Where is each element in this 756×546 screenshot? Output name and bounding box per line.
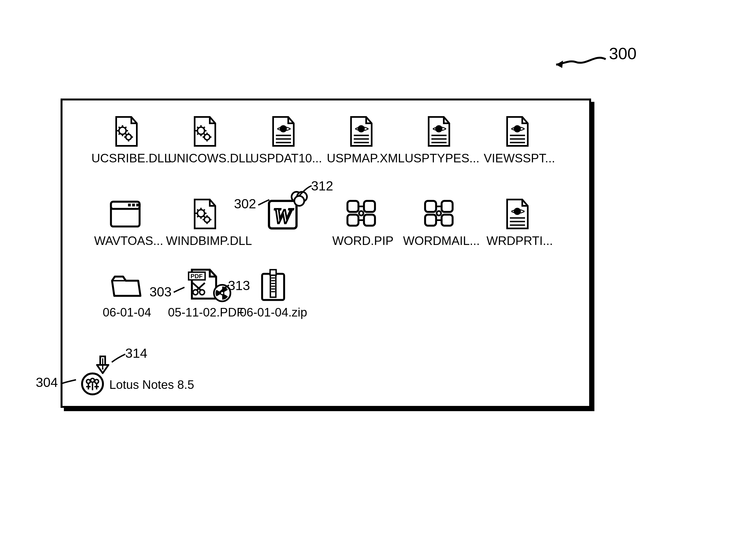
svg-rect-57: [136, 204, 139, 207]
svg-point-88: [437, 211, 441, 216]
svg-line-9: [125, 127, 126, 128]
app-label: Lotus Notes 8.5: [109, 378, 194, 392]
svg-line-22: [197, 133, 198, 135]
svg-point-121: [102, 368, 104, 369]
svg-point-76: [294, 196, 304, 206]
svg-text:>: >: [442, 124, 447, 133]
overlay-badge-download-arrow-icon: [94, 355, 113, 377]
file-icon-zip[interactable]: [258, 268, 288, 304]
svg-line-8: [119, 133, 120, 135]
callout-304: 304: [36, 375, 58, 390]
figure-ref-300: 300: [609, 44, 637, 63]
file-browser-window[interactable]: UCSRIBE.DLL: [61, 99, 591, 408]
file-label: VIEWSSPT...: [484, 151, 555, 165]
svg-rect-87: [442, 215, 453, 226]
file-icon-gears[interactable]: [191, 198, 218, 231]
svg-rect-86: [425, 215, 436, 226]
file-label: UNICOWS.DLL: [168, 151, 252, 165]
figure-ref-arrow: [548, 51, 608, 73]
svg-text:PDF: PDF: [191, 273, 203, 279]
svg-text:>: >: [520, 207, 525, 216]
callout-313: 313: [228, 278, 250, 293]
svg-line-20: [197, 127, 198, 128]
callout-303: 303: [149, 284, 172, 299]
svg-text:<: <: [433, 124, 437, 133]
svg-line-6: [119, 127, 120, 128]
file-label: WORD.PIP: [332, 234, 393, 248]
svg-rect-80: [364, 215, 375, 226]
file-icon-folder[interactable]: [108, 271, 144, 301]
file-label: USPDAT10...: [250, 151, 322, 165]
file-icon-gears[interactable]: [191, 116, 218, 149]
file-icon-app-window[interactable]: [109, 200, 142, 230]
file-icon-gears[interactable]: [112, 116, 140, 149]
figure-canvas: 300: [0, 0, 756, 546]
file-label: UCSRIBE.DLL: [91, 151, 171, 165]
file-icon-xml[interactable]: < >: [503, 116, 531, 149]
svg-text:>: >: [364, 124, 369, 133]
file-icon-xml[interactable]: < >: [269, 116, 297, 149]
svg-rect-85: [442, 201, 453, 212]
svg-text:<: <: [511, 207, 516, 216]
callout-302: 302: [234, 196, 256, 211]
file-icon-xml[interactable]: < >: [503, 198, 531, 231]
svg-point-104: [221, 291, 224, 295]
callout-312: 312: [311, 178, 333, 194]
svg-marker-0: [556, 61, 563, 68]
svg-rect-113: [270, 270, 276, 275]
file-label: USPMAP.XML: [327, 151, 405, 165]
svg-rect-78: [364, 201, 375, 212]
svg-rect-55: [128, 204, 131, 207]
svg-line-7: [125, 133, 126, 135]
overlay-badge-circles-icon: [288, 189, 310, 208]
file-label: 06-01-04: [103, 305, 151, 319]
file-icon-pip[interactable]: [422, 198, 455, 229]
file-label: 06-01-04.zip: [240, 305, 307, 319]
svg-line-63: [197, 210, 198, 211]
svg-line-21: [203, 133, 205, 135]
file-icon-pip[interactable]: [345, 198, 378, 229]
svg-text:>: >: [520, 124, 525, 133]
svg-line-64: [203, 216, 205, 217]
svg-rect-79: [347, 215, 358, 226]
svg-text:>: >: [286, 124, 291, 133]
file-label: WORDMAIL...: [403, 234, 480, 248]
svg-point-81: [359, 211, 363, 216]
svg-text:<: <: [277, 124, 282, 133]
svg-line-65: [197, 216, 198, 217]
svg-rect-77: [347, 201, 358, 212]
svg-text:<: <: [355, 124, 360, 133]
file-icon-xml[interactable]: < >: [347, 116, 374, 149]
file-label: USPTYPES...: [405, 151, 479, 165]
svg-rect-54: [111, 202, 140, 209]
file-label: WINDBIMP.DLL: [166, 234, 252, 248]
file-label: WAVTOAS...: [94, 234, 163, 248]
svg-rect-84: [425, 201, 436, 212]
svg-line-23: [203, 127, 205, 128]
file-label: WRDPRTI...: [486, 234, 553, 248]
file-icon-xml[interactable]: < >: [425, 116, 452, 149]
file-label: 05-11-02.PDF: [168, 305, 244, 319]
svg-text:<: <: [511, 124, 516, 133]
svg-rect-56: [132, 204, 135, 207]
svg-line-66: [203, 210, 205, 211]
callout-314: 314: [125, 346, 147, 361]
